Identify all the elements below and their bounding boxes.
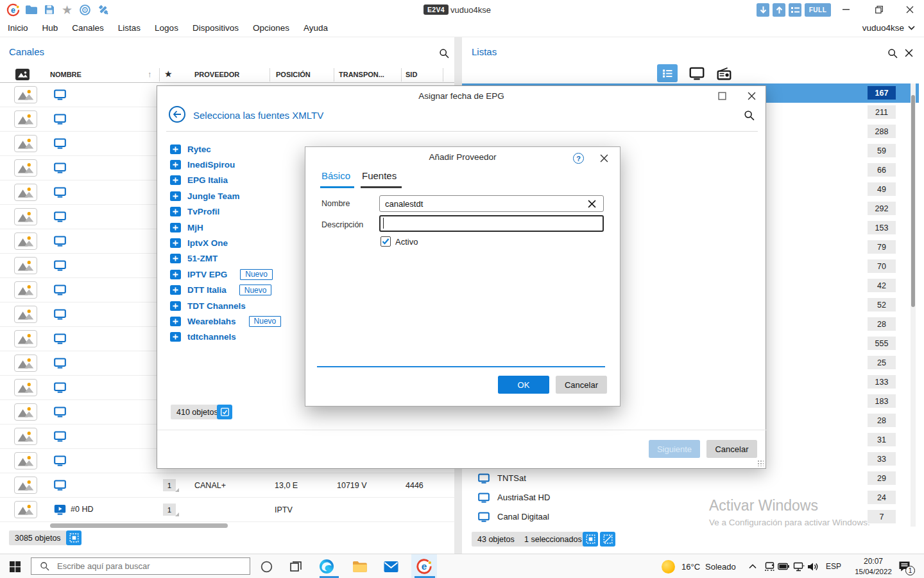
add-source-button[interactable]	[170, 301, 181, 311]
source-name[interactable]: InediSpirou	[187, 160, 235, 170]
target-icon[interactable]	[78, 3, 92, 17]
activo-checkbox[interactable]	[381, 236, 391, 247]
cortana-icon[interactable]	[258, 558, 275, 575]
bouquet-row[interactable]: AustriaSat HD 24	[462, 488, 919, 507]
minimize-button[interactable]	[832, 0, 860, 19]
profile-selector[interactable]: vuduo4kse	[862, 23, 915, 33]
move-up-button[interactable]	[773, 3, 785, 17]
sort-ascending-icon[interactable]: ↑	[148, 69, 152, 79]
menu-item[interactable]: Inicio	[8, 23, 28, 33]
add-source-button[interactable]	[170, 207, 181, 216]
cancel-button[interactable]: Cancelar	[556, 376, 607, 394]
menu-item[interactable]: Canales	[72, 23, 104, 33]
app-taskbar-icon[interactable]: e	[416, 558, 432, 575]
search-icon[interactable]	[887, 48, 898, 58]
menu-item[interactable]: Dispositivos	[193, 23, 239, 33]
back-button[interactable]	[169, 106, 185, 123]
tray-language[interactable]: ESP	[826, 562, 841, 571]
channel-row[interactable]: 1 CANAL+ 13,0 E 10719 V 4446	[0, 473, 454, 498]
close-panel-icon[interactable]	[905, 49, 913, 57]
column-proveedor[interactable]: PROVEEDOR	[194, 71, 239, 78]
add-source-button[interactable]	[170, 270, 181, 279]
add-source-button[interactable]	[170, 175, 181, 185]
tray-battery-icon[interactable]	[775, 558, 792, 575]
search-icon[interactable]	[439, 48, 449, 58]
column-nombre[interactable]: NOMBRE	[50, 71, 81, 78]
source-name[interactable]: tdtchannels	[187, 332, 236, 342]
clear-input-icon[interactable]	[586, 198, 597, 209]
weather-sun-icon[interactable]	[660, 558, 676, 575]
tab-fuentes[interactable]: Fuentes	[362, 170, 397, 181]
search-input[interactable]	[56, 561, 223, 572]
add-source-button[interactable]	[170, 332, 181, 342]
edge-icon[interactable]	[318, 558, 335, 575]
source-name[interactable]: MjH	[187, 223, 203, 232]
add-source-button[interactable]	[170, 144, 181, 154]
add-source-button[interactable]	[170, 191, 181, 201]
satellite-icon[interactable]	[96, 3, 110, 17]
radio-filter-button[interactable]	[714, 64, 734, 82]
tray-clock[interactable]: 20:07 15/04/2022	[850, 556, 896, 577]
move-down-button[interactable]	[757, 3, 769, 17]
close-button[interactable]	[896, 0, 924, 19]
bouquet-row[interactable]: Canal Digitaal 7	[462, 507, 919, 527]
bouquet-row[interactable]: TNTSat 29	[462, 469, 919, 488]
select-all-button[interactable]	[66, 530, 81, 545]
help-icon[interactable]: ?	[573, 153, 584, 164]
restore-button[interactable]	[865, 0, 893, 19]
column-sid[interactable]: SID	[406, 71, 417, 78]
source-name[interactable]: DTT Italia	[187, 285, 227, 295]
task-view-icon[interactable]	[287, 558, 304, 575]
start-button[interactable]	[6, 558, 23, 575]
favorites-column-icon[interactable]: ★	[164, 69, 173, 79]
full-mode-button[interactable]: FULL	[805, 3, 831, 17]
column-posicion[interactable]: POSICIÓN	[276, 71, 311, 78]
channel-row[interactable]: #0 HD 1 IPTV	[0, 498, 454, 522]
add-source-button[interactable]	[170, 254, 181, 263]
source-name[interactable]: TDT Channels	[187, 301, 246, 311]
source-name[interactable]: IptvX One	[187, 238, 228, 248]
maximize-icon[interactable]	[718, 92, 726, 100]
column-transpon[interactable]: TRANSPON...	[339, 71, 384, 78]
list-view-button[interactable]	[789, 3, 801, 17]
resize-grip[interactable]	[757, 460, 764, 466]
source-name[interactable]: IPTV EPG	[187, 270, 227, 279]
tray-weather[interactable]: Soleado	[705, 562, 736, 572]
add-source-button[interactable]	[170, 317, 181, 326]
nombre-input[interactable]	[379, 195, 604, 212]
add-source-button[interactable]	[170, 223, 181, 232]
menu-item[interactable]: Ayuda	[304, 23, 328, 33]
check-selection-button[interactable]	[217, 405, 232, 419]
open-folder-icon[interactable]	[24, 3, 38, 17]
menu-item[interactable]: Listas	[118, 23, 141, 33]
add-source-button[interactable]	[170, 238, 181, 248]
file-explorer-icon[interactable]	[352, 558, 368, 575]
source-name[interactable]: EPG Italia	[187, 175, 228, 185]
add-source-button[interactable]	[170, 285, 181, 295]
close-icon[interactable]	[748, 92, 756, 100]
picon-column-icon[interactable]	[15, 69, 30, 80]
ok-button[interactable]: OK	[498, 376, 549, 394]
bouquet-list-view-button[interactable]	[657, 64, 678, 82]
source-name[interactable]: Rytec	[187, 144, 211, 154]
horizontal-scrollbar-thumb[interactable]	[50, 523, 228, 528]
search-icon[interactable]	[744, 110, 755, 121]
vertical-scrollbar-thumb[interactable]	[911, 95, 915, 307]
source-name[interactable]: TvProfil	[187, 207, 219, 216]
menu-item[interactable]: Logos	[155, 23, 178, 33]
deselect-all-button[interactable]	[600, 532, 615, 547]
save-icon[interactable]	[42, 3, 56, 17]
favorites-star-icon[interactable]: ★	[60, 3, 74, 17]
tray-chevron-up-icon[interactable]	[744, 558, 761, 575]
taskbar-search[interactable]	[31, 557, 250, 575]
mail-icon[interactable]	[382, 558, 399, 575]
tray-volume-icon[interactable]	[805, 558, 821, 575]
source-name[interactable]: Weareblahs	[187, 317, 236, 326]
tray-temperature[interactable]: 16°C	[681, 562, 700, 572]
tv-filter-button[interactable]	[687, 64, 707, 82]
menu-item[interactable]: Hub	[42, 23, 58, 33]
source-name[interactable]: Jungle Team	[187, 191, 240, 201]
cancel-button[interactable]: Cancelar	[706, 440, 757, 458]
source-name[interactable]: 51-ZMT	[187, 254, 218, 263]
tab-basico[interactable]: Básico	[321, 170, 350, 181]
